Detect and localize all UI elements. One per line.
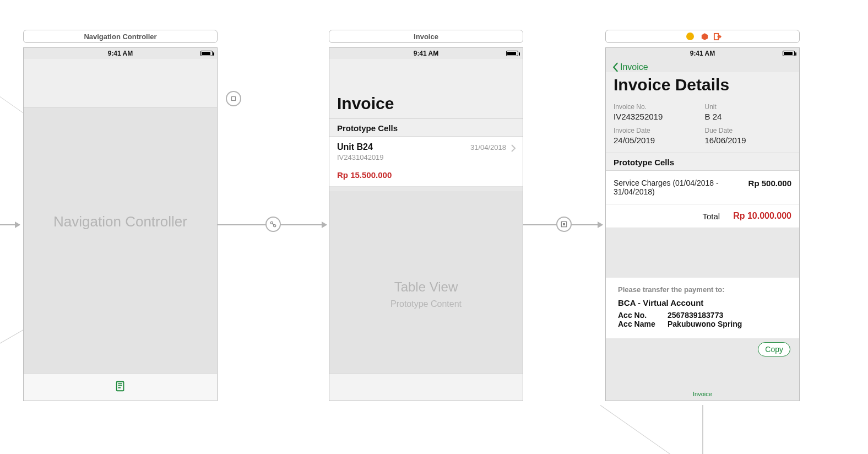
battery-icon [506, 50, 518, 58]
invoice-cell[interactable]: Unit B24 IV2431042019 Rp 15.500.000 31/0… [329, 137, 523, 187]
total-amount: Rp 10.000.000 [733, 211, 791, 221]
tv-placeholder-sub: Prototype Content [329, 299, 523, 309]
back-label: Invoice [620, 62, 648, 72]
segue-show-icon[interactable] [556, 217, 572, 232]
cube-icon [701, 33, 709, 41]
scene-title-details[interactable] [605, 30, 800, 43]
tab-bar [329, 373, 523, 401]
segue-present-icon[interactable] [226, 91, 241, 106]
status-bar: 9:41 AM [24, 48, 217, 59]
status-time: 9:41 AM [108, 50, 133, 57]
copy-button[interactable]: Copy [758, 342, 790, 356]
warning-icon [684, 33, 696, 40]
accname-label: Acc Name [618, 320, 668, 328]
battery-icon [200, 50, 213, 58]
segue-relationship-icon[interactable] [265, 217, 281, 232]
charge-amount: Rp 500.000 [748, 179, 791, 188]
accno-label: Acc No. [618, 311, 668, 320]
battery-icon [783, 50, 795, 58]
payment-info: Please transfer the payment to: BCA - Vi… [606, 278, 799, 338]
chevron-left-icon [611, 62, 619, 72]
unit-label: Unit [705, 103, 792, 111]
total-label: Total [702, 212, 720, 221]
back-button[interactable]: Invoice [606, 59, 799, 72]
invoice-no-label: Invoice No. [614, 103, 701, 111]
due-date-value: 16/06/2019 [705, 136, 792, 145]
cell-date: 31/04/2018 [470, 143, 506, 152]
segue-arrow [0, 224, 20, 225]
status-bar: 9:41 AM [329, 48, 523, 59]
svg-rect-9 [563, 223, 565, 225]
exit-icon [713, 33, 721, 41]
storyboard-canvas[interactable]: Navigation Controller 9:41 AM Navigation… [0, 0, 868, 454]
section-header: Prototype Cells [329, 119, 523, 137]
table-view-placeholder: Table View Prototype Content [329, 279, 523, 309]
accname-value: Pakubuwono Spring [668, 320, 742, 328]
nav-bar-spacer [329, 59, 523, 88]
tab-bar [24, 373, 217, 401]
content-area [24, 107, 217, 373]
page-title: Invoice [329, 88, 523, 119]
payment-hint: Please transfer the payment to: [618, 285, 787, 294]
svg-rect-7 [232, 97, 236, 101]
accno-value: 2567839183773 [668, 311, 723, 320]
scene-title-invoice[interactable]: Invoice [329, 30, 523, 43]
status-bar: 9:41 AM [606, 48, 799, 59]
bank-name: BCA - Virtual Account [618, 298, 787, 307]
cell-code: IV2431042019 [337, 153, 515, 161]
invoice-tab-icon[interactable] [115, 380, 127, 394]
invoice-date-value: 24/05/2019 [614, 136, 701, 145]
charge-desc: Service Charges (01/04/2018 - 31/04/2018… [614, 179, 748, 196]
invoice-no-value: IV243252019 [614, 112, 701, 121]
page-title: Invoice Details [606, 72, 799, 100]
status-time: 9:41 AM [690, 50, 715, 57]
decorative-line [600, 405, 736, 454]
tv-placeholder-title: Table View [329, 279, 523, 295]
charge-row[interactable]: Service Charges (01/04/2018 - 31/04/2018… [606, 171, 799, 204]
device-invoice-list[interactable]: 9:41 AM Invoice Prototype Cells Unit B24… [329, 47, 523, 401]
status-time: 9:41 AM [414, 50, 439, 57]
nav-bar-area [24, 59, 217, 107]
table-view-background: Table View Prototype Content [329, 191, 523, 373]
svg-line-6 [273, 224, 274, 225]
unit-value: B 24 [705, 112, 792, 121]
invoice-meta: Invoice No. IV243252019 Invoice Date 24/… [606, 100, 799, 153]
tab-item-invoice[interactable]: Invoice [606, 391, 799, 397]
section-header: Prototype Cells [606, 153, 799, 171]
device-nav-controller[interactable]: 9:41 AM Navigation Controller [23, 47, 218, 401]
spacer [606, 228, 799, 278]
device-invoice-details[interactable]: 9:41 AM Invoice Invoice Details Invoice … [605, 47, 800, 401]
chevron-right-icon [511, 144, 516, 154]
scene-title-nav[interactable]: Navigation Controller [23, 30, 218, 43]
nav-controller-placeholder: Navigation Controller [24, 213, 217, 230]
cell-price: Rp 15.500.000 [337, 170, 515, 180]
decorative-line [702, 405, 703, 454]
due-date-label: Due Date [705, 127, 792, 134]
total-row: Total Rp 10.000.000 [606, 204, 799, 228]
invoice-date-label: Invoice Date [614, 127, 701, 134]
